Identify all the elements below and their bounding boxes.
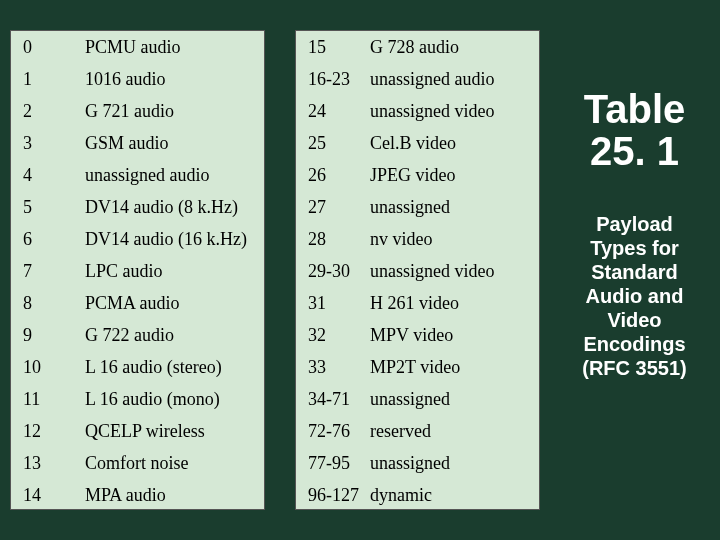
payload-desc: DV14 audio (16 k.Hz) [85, 229, 260, 250]
payload-number: 3 [23, 133, 85, 154]
payload-number: 6 [23, 229, 85, 250]
payload-desc: Comfort noise [85, 453, 260, 474]
table-row: 96-127dynamic [300, 485, 535, 517]
table-row: 5DV14 audio (8 k.Hz) [15, 197, 260, 229]
payload-number: 15 [308, 37, 370, 58]
title-line: 25. 1 [590, 129, 679, 173]
subtitle-line: Video [607, 309, 661, 331]
payload-desc: JPEG video [370, 165, 535, 186]
table-row: 72-76reserved [300, 421, 535, 453]
payload-desc: 1016 audio [85, 69, 260, 90]
title-line: Table [584, 87, 686, 131]
table-row: 77-95unassigned [300, 453, 535, 485]
table-row: 11016 audio [15, 69, 260, 101]
payload-number: 2 [23, 101, 85, 122]
payload-number: 32 [308, 325, 370, 346]
table-row: 9G 722 audio [15, 325, 260, 357]
payload-desc: unassigned [370, 197, 535, 218]
table-row: 3GSM audio [15, 133, 260, 165]
payload-desc: dynamic [370, 485, 535, 506]
table-row: 8PCMA audio [15, 293, 260, 325]
payload-number: 12 [23, 421, 85, 442]
table-row: 32MPV video [300, 325, 535, 357]
payload-number: 26 [308, 165, 370, 186]
subtitle-line: Types for [590, 237, 679, 259]
table-row: 2G 721 audio [15, 101, 260, 133]
payload-number: 24 [308, 101, 370, 122]
payload-number: 8 [23, 293, 85, 314]
table-row: 26JPEG video [300, 165, 535, 197]
payload-number: 77-95 [308, 453, 370, 474]
table-row: 28nv video [300, 229, 535, 261]
payload-number: 4 [23, 165, 85, 186]
payload-desc: H 261 video [370, 293, 535, 314]
payload-number: 25 [308, 133, 370, 154]
left-table-panel: 0PCMU audio 11016 audio 2G 721 audio 3GS… [10, 30, 265, 510]
right-table-panel: 15G 728 audio 16-23unassigned audio 24un… [295, 30, 540, 510]
payload-number: 28 [308, 229, 370, 250]
payload-number: 13 [23, 453, 85, 474]
table-row: 34-71unassigned [300, 389, 535, 421]
payload-desc: PCMA audio [85, 293, 260, 314]
payload-number: 33 [308, 357, 370, 378]
payload-desc: unassigned audio [85, 165, 260, 186]
payload-desc: MP2T video [370, 357, 535, 378]
payload-number: 11 [23, 389, 85, 410]
payload-desc: unassigned video [370, 101, 535, 122]
payload-number: 27 [308, 197, 370, 218]
table-row: 15G 728 audio [300, 37, 535, 69]
payload-desc: reserved [370, 421, 535, 442]
payload-number: 16-23 [308, 69, 370, 90]
subtitle-line: Payload [596, 213, 673, 235]
table-row: 27unassigned [300, 197, 535, 229]
payload-desc: MPV video [370, 325, 535, 346]
table-row: 16-23unassigned audio [300, 69, 535, 101]
payload-number: 14 [23, 485, 85, 506]
payload-number: 1 [23, 69, 85, 90]
table-row: 24unassigned video [300, 101, 535, 133]
payload-desc: QCELP wireless [85, 421, 260, 442]
payload-desc: GSM audio [85, 133, 260, 154]
payload-desc: unassigned [370, 389, 535, 410]
table-title: Table 25. 1 [557, 88, 712, 172]
payload-desc: G 722 audio [85, 325, 260, 346]
payload-desc: unassigned video [370, 261, 535, 282]
payload-desc: Cel.B video [370, 133, 535, 154]
payload-desc: PCMU audio [85, 37, 260, 58]
payload-desc: nv video [370, 229, 535, 250]
table-row: 14MPA audio [15, 485, 260, 517]
table-row: 4unassigned audio [15, 165, 260, 197]
table-subtitle: Payload Types for Standard Audio and Vid… [557, 212, 712, 380]
payload-desc: LPC audio [85, 261, 260, 282]
table-row: 10L 16 audio (stereo) [15, 357, 260, 389]
payload-desc: DV14 audio (8 k.Hz) [85, 197, 260, 218]
payload-desc: G 721 audio [85, 101, 260, 122]
title-block: Table 25. 1 Payload Types for Standard A… [557, 88, 712, 380]
table-row: 11L 16 audio (mono) [15, 389, 260, 421]
table-row: 6DV14 audio (16 k.Hz) [15, 229, 260, 261]
table-row: 7LPC audio [15, 261, 260, 293]
payload-number: 7 [23, 261, 85, 282]
table-row: 12QCELP wireless [15, 421, 260, 453]
subtitle-line: Encodings [583, 333, 685, 355]
payload-number: 34-71 [308, 389, 370, 410]
table-row: 0PCMU audio [15, 37, 260, 69]
payload-number: 5 [23, 197, 85, 218]
payload-number: 29-30 [308, 261, 370, 282]
payload-number: 9 [23, 325, 85, 346]
table-row: 29-30unassigned video [300, 261, 535, 293]
payload-desc: unassigned audio [370, 69, 535, 90]
payload-number: 31 [308, 293, 370, 314]
payload-number: 96-127 [308, 485, 370, 506]
table-row: 33MP2T video [300, 357, 535, 389]
subtitle-line: Audio and [586, 285, 684, 307]
payload-number: 10 [23, 357, 85, 378]
table-row: 13Comfort noise [15, 453, 260, 485]
payload-desc: MPA audio [85, 485, 260, 506]
payload-desc: L 16 audio (mono) [85, 389, 260, 410]
payload-number: 0 [23, 37, 85, 58]
payload-number: 72-76 [308, 421, 370, 442]
payload-desc: G 728 audio [370, 37, 535, 58]
payload-desc: unassigned [370, 453, 535, 474]
table-row: 31H 261 video [300, 293, 535, 325]
